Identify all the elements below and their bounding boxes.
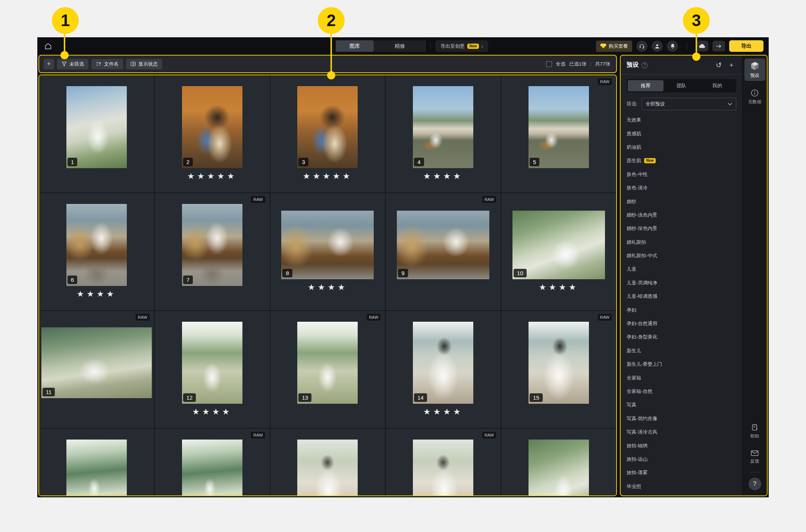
preset-item[interactable]: 旅拍-锦绣	[627, 439, 736, 452]
select-all-label[interactable]: 全选	[556, 61, 565, 67]
preset-item[interactable]: 肤色-中性	[627, 168, 736, 181]
star-rating[interactable]: ★★★★	[423, 171, 463, 182]
photo-cell-12[interactable]: 12★★★★	[155, 311, 270, 428]
photo-thumbnail-10[interactable]: 10	[512, 211, 605, 279]
preset-item[interactable]: 质感肌	[627, 127, 736, 140]
photo-thumbnail-11[interactable]: 11	[41, 327, 152, 398]
photo-cell-20[interactable]: 20	[501, 429, 616, 496]
photo-thumbnail-12[interactable]: 12	[182, 322, 242, 404]
star-rating[interactable]: ★★★★★	[187, 171, 237, 182]
photo-thumbnail-13[interactable]: 13	[297, 322, 358, 404]
display-status-button[interactable]: 显示状态	[126, 59, 162, 69]
star-rating[interactable]: ★★★★	[192, 407, 232, 418]
preset-item[interactable]: 孕妇	[627, 303, 736, 317]
home-button[interactable]	[43, 41, 54, 52]
preset-item[interactable]: 无效果	[627, 113, 736, 127]
photo-cell-15[interactable]: RAW15	[501, 311, 616, 428]
star-rating[interactable]: ★★★★★	[303, 171, 353, 182]
share-export-button[interactable]	[712, 41, 725, 51]
preset-item[interactable]: 全家福-自然	[627, 385, 736, 398]
add-button[interactable]: +	[44, 59, 54, 69]
export-button[interactable]: 导出	[729, 40, 763, 52]
photo-cell-4[interactable]: 4★★★★	[386, 75, 501, 192]
photo-thumbnail-9[interactable]: 9	[397, 211, 489, 279]
photo-cell-3[interactable]: 3★★★★★	[270, 75, 385, 192]
photo-thumbnail-16[interactable]: 16	[66, 440, 127, 497]
photo-cell-16[interactable]: 16	[39, 429, 154, 496]
presets-tab-mine[interactable]: 我的	[699, 80, 735, 91]
sort-by-filename-button[interactable]: 文件名	[91, 59, 123, 69]
support-button[interactable]	[636, 41, 647, 52]
preset-item[interactable]: 儿童	[627, 262, 736, 276]
tab-retouch[interactable]: 精修	[374, 40, 426, 52]
account-button[interactable]	[652, 41, 663, 52]
cloud-sync-button[interactable]	[696, 41, 708, 51]
preset-item[interactable]: 新生儿	[627, 344, 736, 358]
add-preset-icon[interactable]: +	[727, 61, 736, 69]
help-fab[interactable]: ?	[749, 478, 761, 490]
rail-item-presets[interactable]: 预设	[744, 59, 765, 81]
photo-cell-7[interactable]: RAW7	[155, 193, 270, 310]
export-to-creative-button[interactable]: 导出至创意 New ›	[435, 40, 488, 52]
preset-item[interactable]: 婚纱	[627, 195, 736, 208]
photo-cell-9[interactable]: RAW9	[386, 193, 501, 310]
star-rating[interactable]: ★★★★	[423, 407, 463, 418]
preset-item[interactable]: 肤色-清冷	[627, 181, 736, 195]
photo-thumbnail-14[interactable]: 14	[413, 322, 473, 404]
preset-item[interactable]: 婚礼跟拍-中式	[627, 249, 736, 262]
notifications-button[interactable]	[667, 41, 678, 52]
preset-item[interactable]: 婚纱-深色内景	[627, 222, 736, 235]
photo-thumbnail-18[interactable]: 18	[297, 440, 358, 497]
rail-item-help[interactable]: ? 帮助	[744, 421, 765, 442]
photo-cell-11[interactable]: RAW11	[39, 311, 154, 428]
rail-item-feedback[interactable]: 反馈	[744, 447, 765, 467]
preset-item[interactable]: 新生儿-爱婴上门	[627, 358, 736, 371]
photo-thumbnail-20[interactable]: 20	[529, 440, 589, 497]
select-all-checkbox[interactable]	[546, 61, 552, 67]
photo-cell-6[interactable]: 6★★★★	[39, 193, 154, 310]
preset-item[interactable]: 婚礼跟拍	[627, 236, 736, 249]
reset-icon[interactable]: ↺	[714, 61, 724, 69]
photo-cell-19[interactable]: RAW19	[386, 429, 501, 496]
buy-plan-button[interactable]: 购买套餐	[596, 41, 632, 52]
photo-cell-17[interactable]: RAW17	[155, 429, 270, 496]
preset-item[interactable]: 儿童-亮调纯净	[627, 276, 736, 290]
photo-cell-13[interactable]: RAW13	[270, 311, 385, 428]
star-rating[interactable]: ★★★★	[539, 283, 579, 293]
preset-item[interactable]: 孕妇-身型美化	[627, 330, 736, 344]
preset-item[interactable]: 毕业照	[627, 480, 736, 493]
rail-item-metadata[interactable]: 元数据	[744, 86, 765, 107]
photo-thumbnail-7[interactable]: 7	[182, 204, 242, 286]
photo-cell-10[interactable]: 10★★★★	[501, 193, 616, 310]
preset-item[interactable]: 写真	[627, 398, 736, 412]
photo-cell-5[interactable]: RAW5	[501, 75, 616, 192]
filter-button[interactable]: 未筛选	[57, 59, 88, 69]
tab-gallery[interactable]: 图库	[336, 40, 374, 52]
preset-item[interactable]: 全家福	[627, 371, 736, 384]
preset-item[interactable]: 写真-清冷古风	[627, 425, 736, 439]
preset-item[interactable]: 旅拍-薄雾	[627, 466, 736, 479]
preset-filter-select[interactable]: 全部预设	[642, 98, 736, 110]
photo-thumbnail-1[interactable]: 1	[66, 86, 127, 168]
photo-thumbnail-6[interactable]: 6	[66, 204, 127, 286]
photo-thumbnail-8[interactable]: 8	[281, 211, 374, 279]
photo-cell-8[interactable]: 8★★★★	[270, 193, 385, 310]
photo-thumbnail-2[interactable]: 2	[182, 86, 242, 168]
presets-tab-team[interactable]: 团队	[664, 80, 699, 91]
preset-item[interactable]: 儿童-暗调质感	[627, 290, 736, 303]
photo-cell-1[interactable]: 1	[39, 75, 154, 192]
photo-cell-2[interactable]: 2★★★★★	[155, 75, 270, 192]
star-rating[interactable]: ★★★★	[308, 283, 348, 293]
preset-item[interactable]: 奶油肌	[627, 141, 736, 154]
photo-thumbnail-17[interactable]: 17	[182, 440, 242, 497]
presets-tab-recommended[interactable]: 推荐	[628, 80, 664, 91]
preset-item[interactable]: 旅拍-远山	[627, 453, 736, 466]
photo-thumbnail-5[interactable]: 5	[529, 86, 589, 168]
preset-item[interactable]: 婚纱-浅色内景	[627, 208, 736, 222]
preset-item[interactable]: 写真-简约肖像	[627, 412, 736, 425]
photo-thumbnail-19[interactable]: 19	[413, 440, 473, 497]
photo-thumbnail-3[interactable]: 3	[297, 86, 358, 168]
preset-item[interactable]: 原生肌New	[627, 154, 736, 167]
preset-item[interactable]: 证件照	[627, 493, 736, 495]
help-circle-icon[interactable]: ?	[642, 62, 647, 68]
